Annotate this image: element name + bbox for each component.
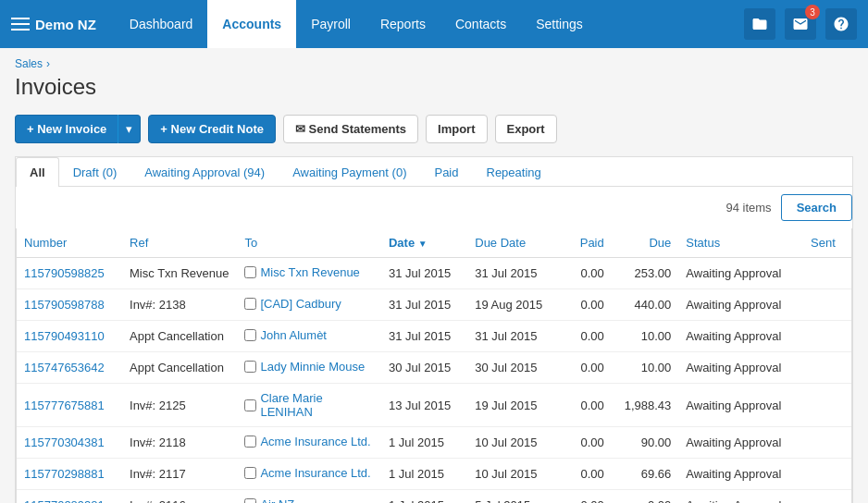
to-link[interactable]: Acme Insurance Ltd.	[260, 435, 370, 448]
to-link[interactable]: [CAD] Cadbury	[260, 297, 341, 311]
files-icon-button[interactable]	[744, 8, 775, 40]
invoices-table: Number Ref To Date ▼ Due Date Paid Due S…	[17, 228, 851, 503]
import-button[interactable]: Import	[426, 115, 487, 143]
tab-awaiting-payment[interactable]: Awaiting Payment (0)	[279, 157, 420, 187]
table-row[interactable]: 115790598788 Inv#: 2138 [CAD] Cadbury 31…	[17, 289, 851, 321]
to-link[interactable]: John Alumèt	[260, 328, 327, 342]
cell-ref: Inv#: 2117	[122, 459, 237, 490]
tab-paid[interactable]: Paid	[420, 157, 472, 187]
new-invoice-dropdown[interactable]: ▾	[118, 115, 141, 143]
tab-awaiting-approval[interactable]: Awaiting Approval (94)	[130, 157, 279, 187]
invoice-number-link[interactable]: 115770304381	[24, 436, 105, 449]
nav-dashboard[interactable]: Dashboard	[115, 0, 208, 48]
cell-status: Awaiting Approval	[678, 459, 803, 490]
cell-ref: Inv#: 2118	[122, 427, 237, 459]
invoice-number-link[interactable]: 115770289381	[24, 498, 105, 503]
table-row[interactable]: 115770304381 Inv#: 2118 Acme Insurance L…	[17, 427, 851, 459]
cell-ref: Inv#: 2116	[122, 490, 237, 504]
table-row[interactable]: 115770298881 Inv#: 2117 Acme Insurance L…	[17, 459, 851, 490]
cell-number[interactable]: 115777675881	[17, 384, 122, 427]
cell-duedate: 19 Jul 2015	[467, 384, 553, 427]
main-navigation: Dashboard Accounts Payroll Reports Conta…	[115, 0, 744, 48]
send-statements-button[interactable]: ✉ Send Statements	[283, 115, 418, 143]
cell-paid: 0.00	[554, 427, 612, 459]
new-invoice-button[interactable]: + New Invoice	[15, 115, 118, 143]
table-row[interactable]: 115770289381 Inv#: 2116 Air NZ 1 Jul 201…	[17, 490, 851, 504]
export-button[interactable]: Export	[495, 115, 557, 143]
cell-paid: 0.00	[554, 289, 612, 321]
help-icon-button[interactable]	[825, 8, 857, 40]
cell-sent	[803, 427, 851, 459]
cell-to: Acme Insurance Ltd.	[237, 459, 381, 490]
cell-status: Awaiting Approval	[678, 352, 803, 384]
cell-duedate: 31 Jul 2015	[467, 321, 553, 352]
cell-sent	[803, 384, 851, 427]
nav-right-icons: 3	[744, 8, 857, 40]
cell-number[interactable]: 115770298881	[17, 459, 122, 490]
nav-reports[interactable]: Reports	[366, 0, 440, 48]
tab-repeating[interactable]: Repeating	[473, 157, 555, 187]
cell-date: 1 Jul 2015	[381, 490, 467, 504]
cell-paid: 0.00	[554, 384, 612, 427]
cell-status: Awaiting Approval	[678, 490, 803, 504]
to-link[interactable]: Lady Minnie Mouse	[260, 360, 365, 374]
tab-all[interactable]: All	[16, 157, 59, 187]
cell-date: 31 Jul 2015	[381, 289, 467, 321]
nav-accounts[interactable]: Accounts	[207, 0, 296, 48]
tab-draft[interactable]: Draft (0)	[59, 157, 131, 187]
breadcrumb-separator: ›	[46, 57, 50, 70]
breadcrumb: Sales ›	[15, 57, 853, 70]
cell-number[interactable]: 115790598788	[17, 289, 122, 321]
new-credit-note-button[interactable]: + New Credit Note	[148, 115, 276, 143]
row-checkbox[interactable]	[244, 329, 256, 341]
col-header-sent: Sent	[803, 228, 851, 258]
brand-logo[interactable]: Demo NZ	[11, 15, 96, 33]
toolbar: + New Invoice ▾ + New Credit Note ✉ Send…	[15, 115, 853, 143]
to-link[interactable]: Air NZ	[260, 497, 294, 503]
row-checkbox[interactable]	[244, 436, 256, 448]
cell-due: 253.00	[612, 258, 679, 289]
col-header-number: Number	[17, 228, 122, 258]
table-row[interactable]: 115790493110 Appt Cancellation John Alum…	[17, 321, 851, 352]
table-row[interactable]: 115747653642 Appt Cancellation Lady Minn…	[17, 352, 851, 384]
to-link[interactable]: Acme Insurance Ltd.	[260, 466, 370, 480]
col-header-date[interactable]: Date ▼	[381, 228, 467, 258]
mail-icon-button[interactable]: 3	[785, 8, 816, 40]
invoice-number-link[interactable]: 115790493110	[24, 329, 105, 343]
cell-number[interactable]: 115790598825	[17, 258, 122, 289]
search-button[interactable]: Search	[781, 194, 852, 221]
cell-status: Awaiting Approval	[678, 384, 803, 427]
row-checkbox[interactable]	[244, 298, 256, 310]
row-checkbox[interactable]	[244, 266, 256, 278]
cell-number[interactable]: 115770289381	[17, 490, 122, 504]
cell-number[interactable]: 115790493110	[17, 321, 122, 352]
cell-duedate: 5 Jul 2015	[467, 490, 553, 504]
cell-paid: 0.00	[554, 321, 612, 352]
cell-due: 0.00	[612, 490, 679, 504]
row-checkbox[interactable]	[244, 467, 256, 479]
cell-to: Misc Txn Revenue	[237, 258, 381, 289]
cell-sent	[803, 321, 851, 352]
breadcrumb-sales[interactable]: Sales	[15, 57, 43, 70]
row-checkbox[interactable]	[244, 399, 256, 411]
invoice-number-link[interactable]: 115790598825	[24, 266, 105, 280]
to-link[interactable]: Misc Txn Revenue	[260, 265, 359, 279]
sort-arrow-icon: ▼	[418, 239, 428, 249]
invoice-number-link[interactable]: 115777675881	[24, 399, 105, 412]
invoice-number-link[interactable]: 115747653642	[24, 361, 105, 374]
cell-number[interactable]: 115747653642	[17, 352, 122, 384]
to-link[interactable]: Clare Marie LENIHAN	[260, 391, 374, 419]
cell-sent	[803, 352, 851, 384]
table-row[interactable]: 115790598825 Misc Txn Revenue Misc Txn R…	[17, 258, 851, 289]
nav-settings[interactable]: Settings	[521, 0, 598, 48]
nav-contacts[interactable]: Contacts	[440, 0, 521, 48]
row-checkbox[interactable]	[244, 498, 256, 503]
table-row[interactable]: 115777675881 Inv#: 2125 Clare Marie LENI…	[17, 384, 851, 427]
invoice-number-link[interactable]: 115770298881	[24, 467, 105, 481]
invoice-number-link[interactable]: 115790598788	[24, 298, 105, 312]
cell-number[interactable]: 115770304381	[17, 427, 122, 459]
row-checkbox[interactable]	[244, 361, 256, 373]
nav-payroll[interactable]: Payroll	[296, 0, 366, 48]
cell-to: Air NZ	[237, 490, 381, 504]
cell-status: Awaiting Approval	[678, 289, 803, 321]
